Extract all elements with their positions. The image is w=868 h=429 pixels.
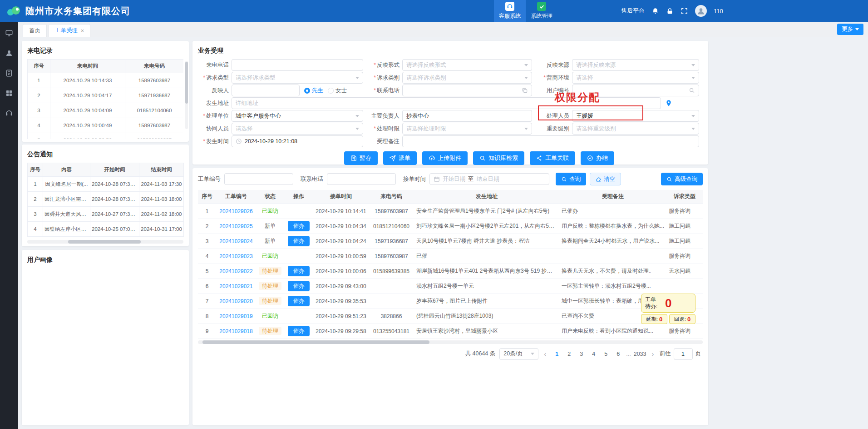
next-page-button[interactable]: › xyxy=(651,350,656,358)
nav-customer-service[interactable]: 客服系统 xyxy=(494,0,526,22)
page-number[interactable]: 2 xyxy=(564,349,574,359)
dispatch-button[interactable]: 派单 xyxy=(383,151,417,165)
order-number-link[interactable]: 20241029023 xyxy=(219,253,252,259)
page-number[interactable]: 5 xyxy=(601,349,611,359)
nav-system-management[interactable]: 系统管理 xyxy=(526,0,557,22)
call-record-row[interactable]: 52024-10-29 09:59:50015899639385 xyxy=(28,133,184,140)
location-pin-icon[interactable] xyxy=(665,100,672,107)
reflect-source-select[interactable]: 请选择反映来源 xyxy=(572,59,699,71)
contact-phone-field[interactable] xyxy=(406,87,519,94)
call-phone-input[interactable] xyxy=(232,59,363,71)
order-number-link[interactable]: 20241029025 xyxy=(219,223,252,229)
tab-work-order[interactable]: 工单受理 × xyxy=(49,24,90,37)
order-number-link[interactable]: 20241029020 xyxy=(219,298,252,304)
todo-main-box[interactable]: 工单待办: 0 xyxy=(641,294,695,313)
order-number-link[interactable]: 20241029026 xyxy=(219,208,252,214)
urge-button[interactable]: 催办 xyxy=(288,326,310,336)
query-button[interactable]: 查询 xyxy=(556,173,586,185)
order-number-link[interactable]: 20241029022 xyxy=(219,268,252,274)
contact-phone-input[interactable] xyxy=(402,85,532,96)
gender-radio-male[interactable]: 先生 xyxy=(304,87,323,95)
urge-button[interactable]: 催办 xyxy=(288,296,310,306)
call-record-row[interactable]: 22024-10-29 10:04:1715971936687 xyxy=(28,88,184,103)
page-number[interactable]: 4 xyxy=(588,349,599,359)
call-record-row[interactable]: 32024-10-29 10:04:09018512104060 xyxy=(28,103,184,118)
upload-attachment-button[interactable]: 上传附件 xyxy=(422,151,468,165)
announcement-row[interactable]: 4因璧纳左岸小区水...2024-10-25 07:00:002024-10-3… xyxy=(28,222,184,237)
business-env-select[interactable]: 请选择 xyxy=(572,72,699,84)
order-no-search-input[interactable] xyxy=(224,173,293,185)
page-number[interactable]: 1 xyxy=(552,349,562,359)
save-draft-button[interactable]: 暂存 xyxy=(344,151,378,165)
announcement-row[interactable]: 2因汇龙湾小区需水...2024-10-28 07:30:002024-11-0… xyxy=(28,192,184,207)
urge-button[interactable]: 催办 xyxy=(288,236,310,246)
aftersale-platform-link[interactable]: 售后平台 xyxy=(621,7,645,15)
call-record-row[interactable]: 12024-10-29 10:14:3315897603987 xyxy=(28,73,184,88)
accept-time-range-picker[interactable]: 开始日期 至 结束日期 xyxy=(429,173,549,185)
vertical-scrollbar[interactable] xyxy=(185,61,188,129)
accept-note-field[interactable] xyxy=(406,138,695,145)
order-number-link[interactable]: 20241029021 xyxy=(219,283,252,289)
horizontal-scrollbar[interactable] xyxy=(198,340,703,344)
call-phone-field[interactable] xyxy=(236,62,359,68)
phone-search-field[interactable] xyxy=(331,176,392,182)
todo-return-box[interactable]: 回退: 0 xyxy=(669,314,695,324)
order-number-link[interactable]: 20241029018 xyxy=(219,328,252,334)
clear-button[interactable]: 清空 xyxy=(590,173,621,185)
close-icon[interactable]: × xyxy=(81,28,84,34)
importance-select[interactable]: 请选择重要级别 xyxy=(572,123,699,135)
order-no-search-field[interactable] xyxy=(228,176,289,182)
urge-button[interactable]: 催办 xyxy=(288,281,310,291)
order-link-button[interactable]: 工单关联 xyxy=(530,151,575,165)
handler-select[interactable]: 王媛媛 xyxy=(572,110,699,122)
end-date-placeholder[interactable]: 结束日期 xyxy=(477,175,499,183)
address-field[interactable] xyxy=(236,100,657,106)
accept-note-input[interactable] xyxy=(402,135,699,147)
reporter-input[interactable] xyxy=(232,85,300,96)
address-input[interactable] xyxy=(232,97,661,109)
user-no-input[interactable] xyxy=(572,85,699,96)
page-ellipsis[interactable]: ... xyxy=(625,351,631,357)
prev-page-button[interactable]: ‹ xyxy=(542,350,547,358)
lock-icon[interactable] xyxy=(666,7,674,15)
goto-page-input[interactable] xyxy=(674,348,693,360)
apps-grid-icon[interactable] xyxy=(5,89,13,97)
more-button[interactable]: 更多 xyxy=(837,24,863,35)
dashboard-icon[interactable] xyxy=(5,29,13,37)
appeal-type-select[interactable]: 请选择诉求类型 xyxy=(232,72,363,84)
handle-limit-select[interactable]: 请选择处理时限 xyxy=(402,123,532,135)
horizontal-scrollbar[interactable] xyxy=(27,240,183,244)
occur-time-picker[interactable]: 2024-10-29 10:21:08 xyxy=(232,135,363,147)
reporter-field[interactable] xyxy=(236,87,296,94)
announcement-row[interactable]: 1因文峰名居一期(...2024-10-28 07:30:002024-11-0… xyxy=(28,177,184,192)
reflect-form-select[interactable]: 请选择反映形式 xyxy=(402,59,532,71)
advanced-search-button[interactable]: 高级查询 xyxy=(661,173,703,185)
gender-radio-female[interactable]: 女士 xyxy=(328,87,347,95)
urge-button[interactable]: 催办 xyxy=(288,221,310,231)
todo-delay-box[interactable]: 延期: 0 xyxy=(641,314,667,324)
phone-search-input[interactable] xyxy=(327,173,396,185)
page-size-select[interactable]: 20条/页 xyxy=(499,348,538,360)
announcement-row[interactable]: 3因舜井大道天风小...2024-10-27 07:30:002024-11-0… xyxy=(28,207,184,222)
page-number[interactable]: 3 xyxy=(576,349,587,359)
fullscreen-icon[interactable] xyxy=(681,7,688,15)
start-date-placeholder[interactable]: 开始日期 xyxy=(443,175,465,183)
user-no-field[interactable] xyxy=(576,87,686,94)
tab-home[interactable]: 首页 xyxy=(23,24,47,37)
main-leader-input[interactable]: 抄表中心 xyxy=(402,110,532,122)
urge-button[interactable]: 催办 xyxy=(288,266,310,276)
handle-unit-select[interactable]: 城中客户服务中心 xyxy=(232,110,363,122)
call-record-row[interactable]: 42024-10-29 10:00:4915897603987 xyxy=(28,118,184,133)
document-icon[interactable] xyxy=(5,69,13,77)
co-worker-select[interactable]: 请选择 xyxy=(232,123,363,135)
user-icon[interactable] xyxy=(5,49,13,57)
search-icon[interactable] xyxy=(689,87,695,94)
order-number-link[interactable]: 20241029024 xyxy=(219,238,252,244)
bell-icon[interactable] xyxy=(651,7,659,15)
headset-icon[interactable] xyxy=(5,109,13,117)
finish-button[interactable]: 办结 xyxy=(581,151,614,165)
avatar[interactable] xyxy=(695,5,707,17)
page-number-last[interactable]: 2033 xyxy=(634,349,646,359)
todo-widget[interactable]: 工单待办: 0 延期: 0 回退: 0 xyxy=(641,294,695,324)
page-number[interactable]: 6 xyxy=(613,349,623,359)
